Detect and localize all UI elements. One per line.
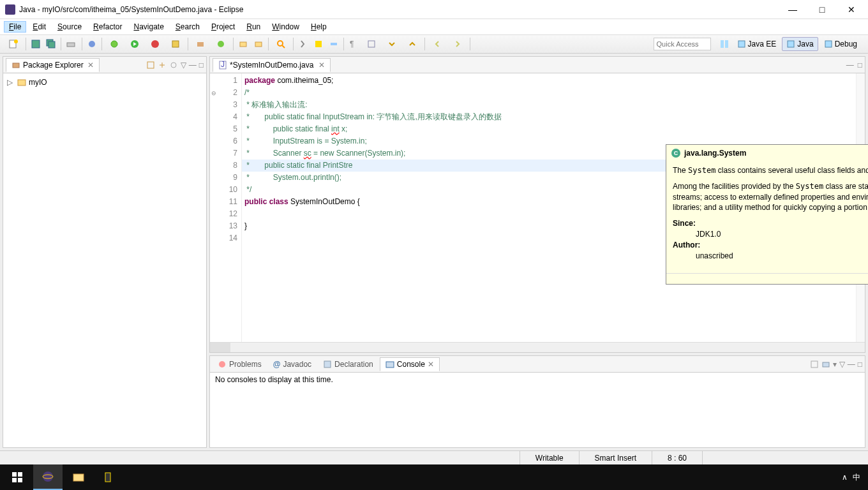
menu-navigate[interactable]: Navigate bbox=[128, 21, 168, 33]
menu-project[interactable]: Project bbox=[206, 21, 240, 33]
taskbar-eclipse-button[interactable] bbox=[33, 464, 63, 490]
link-editor-icon[interactable] bbox=[158, 61, 167, 70]
print-button[interactable] bbox=[64, 37, 78, 51]
open-console-icon[interactable]: ▾ bbox=[833, 360, 837, 369]
open-perspective-button[interactable] bbox=[717, 37, 731, 51]
svg-point-41 bbox=[43, 471, 53, 482]
tray-chevron-icon[interactable]: ∧ bbox=[842, 473, 848, 482]
svg-rect-34 bbox=[386, 362, 394, 368]
svg-rect-36 bbox=[823, 362, 829, 367]
next-annotation-button[interactable] bbox=[382, 37, 401, 51]
project-item[interactable]: ▷ myIO bbox=[7, 77, 202, 87]
svg-text:J: J bbox=[221, 61, 225, 69]
javadoc-author-label: Author: bbox=[673, 240, 868, 251]
tab-problems[interactable]: Problems bbox=[213, 358, 267, 371]
console-view-menu-icon[interactable]: ▽ bbox=[839, 360, 845, 369]
view-menu-icon[interactable]: ▽ bbox=[181, 61, 186, 70]
java-file-icon: J bbox=[218, 61, 227, 70]
new-button[interactable] bbox=[4, 37, 23, 51]
open-task-button[interactable] bbox=[251, 37, 266, 51]
show-whitespace-button[interactable]: ¶ bbox=[347, 37, 361, 51]
editor-tab-close-icon[interactable]: ✕ bbox=[318, 61, 325, 70]
tab-console[interactable]: Console ✕ bbox=[380, 357, 440, 371]
taskbar-app-button[interactable] bbox=[94, 464, 124, 490]
save-all-button[interactable] bbox=[44, 37, 58, 51]
svg-rect-4 bbox=[49, 41, 55, 48]
status-insert-mode: Smart Insert bbox=[579, 451, 652, 464]
menu-search[interactable]: Search bbox=[170, 21, 205, 33]
menu-window[interactable]: Window bbox=[267, 21, 304, 33]
tab-declaration[interactable]: Declaration bbox=[318, 358, 378, 371]
svg-rect-35 bbox=[811, 361, 818, 368]
pin-console-icon[interactable] bbox=[810, 360, 819, 369]
perspective-java-ee[interactable]: Java EE bbox=[733, 37, 781, 51]
new-package-button[interactable] bbox=[191, 37, 210, 51]
new-class-button[interactable] bbox=[211, 37, 230, 51]
svg-point-7 bbox=[111, 41, 117, 47]
prev-annotation-button[interactable] bbox=[403, 37, 422, 51]
forward-button[interactable] bbox=[448, 37, 467, 51]
editor-tab[interactable]: J *SystemInOutDemo.java ✕ bbox=[213, 58, 331, 72]
javadoc-footer: Press 'F2' for focus bbox=[666, 273, 868, 284]
menu-source[interactable]: Source bbox=[52, 21, 87, 33]
menu-bar: FileEditSourceRefactorNavigateSearchProj… bbox=[0, 19, 868, 34]
toggle-mark-button[interactable] bbox=[296, 37, 310, 51]
perspective-java[interactable]: Java bbox=[782, 37, 818, 51]
tab-close-icon[interactable]: ✕ bbox=[87, 61, 94, 70]
javadoc-author-value: unascribed bbox=[696, 251, 868, 262]
svg-rect-38 bbox=[18, 472, 22, 477]
menu-edit[interactable]: Edit bbox=[27, 21, 51, 33]
editor-area: J *SystemInOutDemo.java ✕ — □ ⊖ 12345678… bbox=[209, 56, 865, 353]
focus-icon[interactable] bbox=[169, 61, 178, 70]
menu-refactor[interactable]: Refactor bbox=[88, 21, 127, 33]
svg-point-1 bbox=[14, 40, 18, 43]
minimize-button[interactable]: — bbox=[784, 3, 802, 16]
quick-access-input[interactable] bbox=[654, 38, 711, 50]
expand-arrow-icon[interactable]: ▷ bbox=[7, 78, 15, 87]
minimize-console-icon[interactable]: — bbox=[848, 360, 855, 369]
start-button[interactable] bbox=[3, 464, 32, 490]
back-button[interactable] bbox=[428, 37, 447, 51]
svg-rect-20 bbox=[368, 41, 375, 47]
highlight-button[interactable] bbox=[311, 37, 326, 51]
run-button[interactable] bbox=[125, 37, 144, 51]
refactor-button[interactable] bbox=[327, 37, 341, 51]
svg-rect-39 bbox=[12, 478, 17, 482]
menu-file[interactable]: File bbox=[4, 21, 26, 33]
build-button[interactable] bbox=[85, 37, 99, 51]
perspective-debug[interactable]: Debug bbox=[819, 37, 862, 51]
debug-button[interactable] bbox=[105, 37, 124, 51]
maximize-editor-icon[interactable]: □ bbox=[858, 61, 862, 70]
svg-rect-5 bbox=[67, 43, 75, 47]
svg-rect-27 bbox=[147, 62, 154, 68]
svg-rect-13 bbox=[240, 42, 246, 47]
menu-help[interactable]: Help bbox=[306, 21, 332, 33]
tab-javadoc[interactable]: @Javadoc bbox=[268, 358, 317, 371]
center-panel: J *SystemInOutDemo.java ✕ — □ ⊖ 12345678… bbox=[209, 56, 865, 448]
maximize-view-icon[interactable]: □ bbox=[199, 61, 204, 70]
project-tree[interactable]: ▷ myIO bbox=[3, 73, 206, 447]
svg-rect-22 bbox=[725, 40, 728, 48]
annotation-nav-button[interactable] bbox=[362, 37, 381, 51]
console-body: No consoles to display at this time. bbox=[210, 373, 865, 447]
display-console-icon[interactable] bbox=[821, 360, 830, 369]
search-button[interactable] bbox=[271, 37, 290, 51]
minimize-view-icon[interactable]: — bbox=[189, 61, 197, 70]
taskbar-explorer-button[interactable] bbox=[64, 464, 93, 490]
collapse-all-icon[interactable] bbox=[146, 61, 155, 70]
package-icon bbox=[11, 61, 20, 70]
external-tools-button[interactable] bbox=[166, 37, 185, 51]
tray-ime-indicator[interactable]: 中 bbox=[853, 472, 860, 483]
svg-point-12 bbox=[218, 41, 224, 47]
save-button[interactable] bbox=[29, 37, 43, 51]
horizontal-scrollbar[interactable] bbox=[210, 342, 865, 352]
maximize-console-icon[interactable]: □ bbox=[858, 360, 862, 369]
svg-rect-21 bbox=[721, 40, 724, 48]
menu-run[interactable]: Run bbox=[241, 21, 266, 33]
close-button[interactable]: ✕ bbox=[842, 3, 860, 16]
run-last-button[interactable] bbox=[146, 37, 165, 51]
maximize-button[interactable]: □ bbox=[813, 3, 831, 16]
package-explorer-tab[interactable]: Package Explorer ✕ bbox=[6, 58, 100, 72]
minimize-editor-icon[interactable]: — bbox=[846, 61, 854, 70]
open-type-button[interactable] bbox=[236, 37, 250, 51]
